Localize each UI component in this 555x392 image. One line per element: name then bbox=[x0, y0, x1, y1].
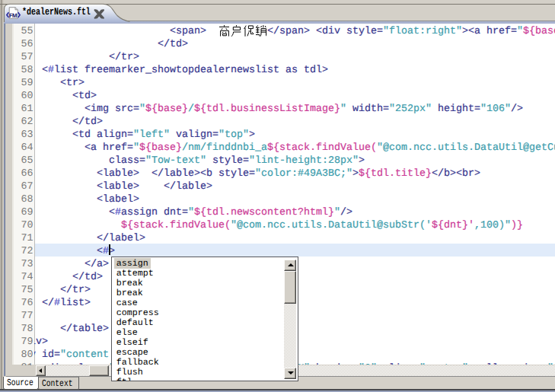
svg-text:FM: FM bbox=[9, 11, 17, 18]
